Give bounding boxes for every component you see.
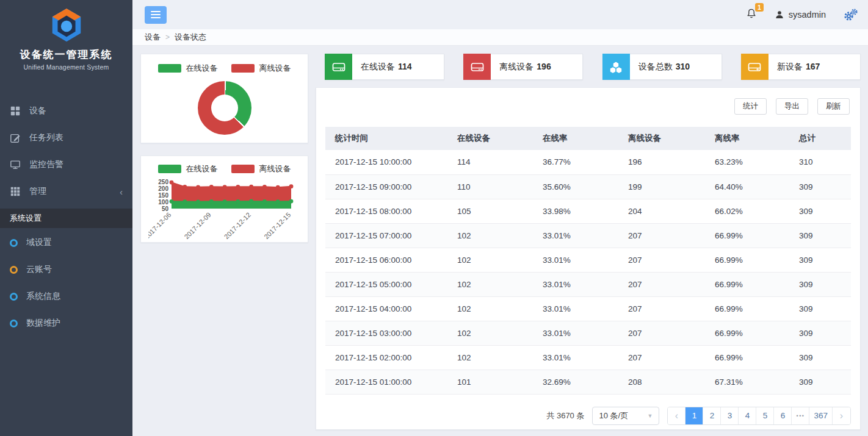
stat-title: 离线设备 (499, 62, 533, 71)
table-cell: 207 (618, 223, 705, 248)
table-cell: 66.99% (705, 321, 789, 345)
table-cell: 33.01% (533, 296, 618, 321)
legend-item-offline[interactable]: 离线设备 (231, 163, 291, 174)
page-size-select[interactable]: 10 条/页 ▼ (592, 407, 659, 425)
pager: ‹123456•••367› (667, 407, 851, 425)
sidebar-item-system-info[interactable]: 系统信息 (0, 282, 132, 309)
sidebar-item-label: 云账号 (26, 264, 52, 275)
table-cell: 2017-12-15 09:00:00 (325, 174, 447, 199)
table-row: 2017-12-15 04:00:0010233.01%20766.99%309 (325, 296, 851, 321)
sidebar-item-cloud-account[interactable]: 云账号 (0, 255, 132, 282)
monitor-icon (10, 159, 21, 170)
menu-toggle-button[interactable] (145, 6, 167, 24)
refresh-button[interactable]: 刷新 (817, 98, 850, 115)
svg-text:2017-12-12: 2017-12-12 (222, 211, 251, 240)
pager-next-button[interactable]: › (833, 407, 850, 424)
table-cell: 63.23% (705, 150, 789, 174)
stat-card-total[interactable]: 设备总数310 (602, 54, 722, 80)
table-cell: 309 (789, 345, 851, 370)
circle-icon (10, 239, 18, 247)
stat-card-new[interactable]: 新设备167 (741, 54, 861, 80)
table-cell: 66.99% (705, 223, 789, 248)
sidebar-item-label: 监控告警 (29, 159, 63, 170)
pager-page-button[interactable]: 367 (809, 407, 833, 424)
notification-badge: 1 (755, 3, 764, 12)
sidebar-section-system-settings: 系统设置 (0, 209, 132, 228)
table-cell: 309 (789, 321, 851, 345)
sidebar-item-task-list[interactable]: 任务列表 (0, 124, 132, 151)
table-row: 2017-12-15 01:00:0010132.69%20867.31%309 (325, 370, 851, 394)
breadcrumb: 设备 > 设备状态 (132, 29, 868, 46)
table-cell: 33.98% (533, 199, 618, 223)
total-count-label: 共 3670 条 (546, 410, 584, 421)
donut-hole (211, 95, 238, 121)
hdd-plus-icon (741, 54, 769, 80)
sidebar-item-label: 系统信息 (26, 291, 60, 302)
donut-legend: 在线设备 离线设备 (141, 63, 308, 74)
svg-text:2017-12-15: 2017-12-15 (262, 211, 292, 240)
export-button[interactable]: 导出 (776, 98, 808, 115)
table-cell: 33.01% (533, 248, 618, 272)
pager-page-button[interactable]: 4 (739, 407, 756, 424)
sidebar-item-label: 数据维护 (26, 318, 60, 329)
pager-page-button[interactable]: 5 (756, 407, 774, 424)
table-cell: 110 (447, 174, 533, 199)
table-cell: 36.77% (533, 150, 618, 174)
pager-page-button[interactable]: 3 (721, 407, 739, 424)
table-cell: 199 (618, 174, 705, 199)
circle-icon (10, 320, 18, 327)
content: 在线设备 离线设备 在线设备 (132, 46, 868, 436)
apps-icon (10, 186, 21, 197)
user-menu[interactable]: sysadmin (775, 10, 826, 20)
circle-icon (10, 293, 18, 301)
breadcrumb-section[interactable]: 设备 (145, 32, 161, 43)
pager-page-button[interactable]: 1 (685, 407, 703, 424)
table-cell: 2017-12-15 02:00:00 (325, 345, 447, 370)
table-cell: 2017-12-15 10:00:00 (325, 150, 447, 174)
stat-card-online[interactable]: 在线设备114 (325, 54, 444, 80)
settings-gears-icon[interactable] (843, 8, 858, 22)
table-cell: 105 (447, 199, 533, 223)
statistics-button[interactable]: 统计 (734, 98, 767, 115)
table-body: 2017-12-15 10:00:0011436.77%19663.23%310… (325, 150, 851, 394)
table-cell: 207 (618, 345, 705, 370)
stat-card-offline[interactable]: 离线设备196 (463, 54, 583, 80)
table-row: 2017-12-15 02:00:0010233.01%20766.99%309 (325, 345, 851, 370)
stat-label: 设备总数310 (638, 62, 690, 73)
legend-swatch-offline (231, 165, 255, 173)
table-row: 2017-12-15 09:00:0011035.60%19964.40%309 (325, 174, 851, 199)
pager-page-button[interactable]: 6 (774, 407, 792, 424)
table-cell: 208 (618, 370, 705, 394)
sidebar-item-monitor-alerts[interactable]: 监控告警 (0, 151, 132, 178)
column-header: 总计 (789, 127, 851, 150)
table-cell: 102 (447, 321, 533, 345)
stat-title: 新设备 (777, 62, 803, 71)
sidebar-item-devices[interactable]: 设备 (0, 98, 132, 124)
hdd-icon (463, 54, 491, 80)
table-cell: 207 (618, 321, 705, 345)
table-cell: 67.31% (705, 370, 789, 394)
app-logo-icon (48, 6, 85, 44)
table-cell: 102 (447, 248, 533, 272)
legend-item-online[interactable]: 在线设备 (158, 163, 218, 174)
legend-label: 离线设备 (259, 63, 291, 74)
notification-bell[interactable]: 1 (745, 7, 758, 23)
pager-page-button[interactable]: 2 (703, 407, 721, 424)
app-root: 设备统一管理系统 Unified Management System 设备 任务… (0, 0, 868, 436)
pager-ellipsis[interactable]: ••• (792, 407, 809, 424)
main-column: 在线设备114 离线设备196 (316, 54, 861, 436)
legend-item-online[interactable]: 在线设备 (158, 63, 218, 74)
table-cell: 66.02% (705, 199, 789, 223)
line-legend: 在线设备 离线设备 (141, 163, 308, 174)
legend-item-offline[interactable]: 离线设备 (231, 63, 291, 74)
column-header: 离线设备 (618, 127, 705, 150)
table-header-row: 统计时间 在线设备 在线率 离线设备 离线率 总计 (325, 127, 851, 150)
stat-cards-row: 在线设备114 离线设备196 (325, 54, 861, 80)
stat-value: 114 (398, 62, 412, 71)
sidebar-item-domain-settings[interactable]: 域设置 (0, 228, 132, 255)
sidebar-item-data-maintenance[interactable]: 数据维护 (0, 309, 132, 335)
edit-icon (10, 132, 21, 143)
pager-prev-button[interactable]: ‹ (668, 407, 685, 424)
sidebar-item-management[interactable]: 管理 ‹ (0, 178, 132, 205)
sidebar-item-label: 任务列表 (29, 132, 63, 143)
